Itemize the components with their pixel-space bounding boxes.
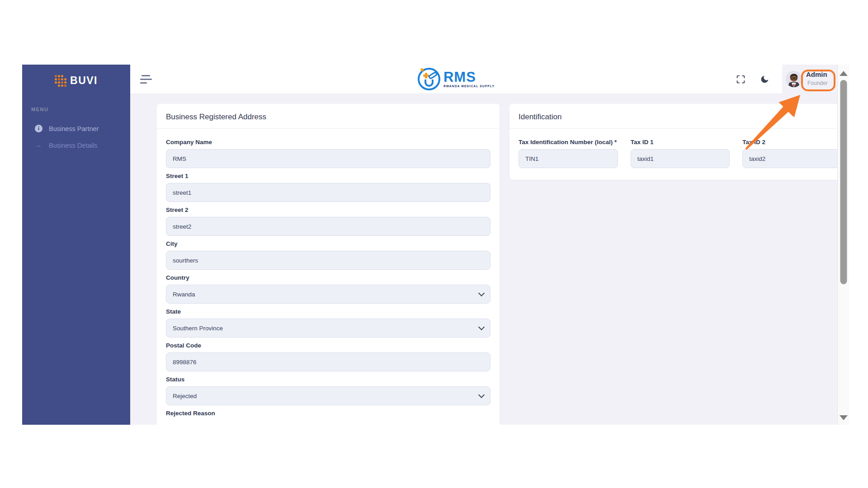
sidebar-item-business-partner[interactable]: iBusiness Partner: [22, 120, 130, 137]
form-field: Street 1street1: [166, 173, 491, 202]
field-label: Street 2: [166, 206, 491, 213]
field-label: Tax ID 1: [631, 139, 730, 145]
user-avatar[interactable]: [786, 71, 802, 87]
input-value: Rwanda: [173, 291, 195, 298]
text-input[interactable]: TIN1: [519, 149, 618, 168]
input-value: sourthers: [173, 257, 198, 264]
card-title: Identification: [509, 104, 849, 128]
text-input[interactable]: street1: [166, 183, 491, 202]
rms-logo-icon: [418, 68, 440, 90]
sidebar-item-label: Business Details: [49, 142, 97, 149]
form-field: StateSouthern Province: [166, 308, 491, 338]
card-title: Business Registered Address: [157, 104, 500, 128]
scrollbar[interactable]: [837, 65, 849, 425]
field-label: Country: [166, 274, 491, 281]
input-value: street2: [173, 223, 191, 230]
field-label: City: [166, 240, 491, 247]
input-value: taxid1: [637, 155, 654, 162]
input-value: 8998876: [173, 359, 197, 366]
text-input[interactable]: sourthers: [166, 251, 491, 270]
field-label: Tax Identification Number (local) *: [519, 139, 618, 145]
input-value: Rejected: [173, 393, 197, 399]
menu-heading: MENU: [31, 107, 130, 112]
field-label: Postal Code: [166, 342, 491, 349]
text-input[interactable]: RMS: [166, 149, 491, 168]
field-label: Company Name: [166, 139, 491, 145]
rms-logo: RMS RWANDA MEDICAL SUPPLY: [418, 68, 495, 90]
profile-area: Admin Founder: [782, 65, 837, 94]
form-field: Citysourthers: [166, 240, 491, 270]
input-value: RMS: [173, 155, 186, 162]
text-input[interactable]: street2: [166, 217, 491, 236]
hamburger-menu-icon[interactable]: [140, 75, 152, 84]
moon-icon[interactable]: [760, 75, 769, 84]
form-field: Company NameRMS: [166, 139, 491, 168]
input-value: taxid2: [749, 155, 765, 162]
user-name[interactable]: Admin: [806, 70, 827, 78]
sidebar: BUVI MENU iBusiness Partner–Business Det…: [22, 65, 130, 425]
select-input[interactable]: Rejected: [166, 386, 491, 405]
field-label-rejected-reason: Rejected Reason: [166, 410, 491, 417]
scrollbar-thumb[interactable]: [840, 80, 847, 284]
form-field: CountryRwanda: [166, 274, 491, 304]
text-input[interactable]: 8998876: [166, 352, 491, 371]
text-input[interactable]: taxid1: [631, 149, 730, 168]
sidebar-item-business-details[interactable]: –Business Details: [22, 137, 130, 154]
fullscreen-icon[interactable]: [736, 75, 745, 84]
select-input[interactable]: Southern Province: [166, 319, 491, 338]
main-content: Business Registered Address Company Name…: [130, 94, 837, 425]
text-input[interactable]: taxid2: [742, 149, 842, 168]
sidebar-item-label: Business Partner: [49, 125, 99, 132]
input-value: street1: [173, 189, 191, 196]
top-header: RMS RWANDA MEDICAL SUPPLY: [130, 65, 782, 94]
user-role[interactable]: Founder: [807, 80, 828, 86]
field-label: Tax ID 2: [742, 139, 842, 145]
form-field: Tax ID 2taxid2: [742, 139, 842, 168]
rms-logo-title: RMS: [443, 71, 476, 84]
form-field: Tax Identification Number (local) *TIN1: [519, 139, 618, 168]
chevron-down-icon: [478, 391, 485, 398]
form-field: StatusRejected: [166, 376, 491, 405]
scroll-down-arrow-icon[interactable]: [840, 415, 848, 420]
info-icon: i: [35, 125, 42, 132]
input-value: Southern Province: [173, 325, 223, 332]
chevron-down-icon: [478, 290, 485, 296]
sidebar-menu: iBusiness Partner–Business Details: [22, 120, 130, 154]
form-field: Tax ID 1taxid1: [631, 139, 730, 168]
rms-logo-subtitle: RWANDA MEDICAL SUPPLY: [443, 84, 495, 88]
buvi-logo[interactable]: BUVI: [22, 65, 130, 87]
select-input[interactable]: Rwanda: [166, 285, 491, 304]
dash-icon: –: [35, 141, 42, 149]
business-registered-address-card: Business Registered Address Company Name…: [157, 104, 500, 425]
form-field: Postal Code8998876: [166, 342, 491, 371]
identification-card: Identification Tax Identification Number…: [509, 104, 849, 180]
input-value: TIN1: [525, 155, 538, 162]
scroll-up-arrow-icon[interactable]: [840, 71, 848, 76]
field-label: Status: [166, 376, 491, 383]
app-window: BUVI MENU iBusiness Partner–Business Det…: [22, 65, 849, 425]
field-label: State: [166, 308, 491, 315]
buvi-logo-icon: [55, 75, 66, 87]
field-label: Street 1: [166, 173, 491, 179]
form-field: Street 2street2: [166, 206, 491, 236]
buvi-logo-text: BUVI: [70, 75, 98, 87]
chevron-down-icon: [478, 324, 485, 330]
